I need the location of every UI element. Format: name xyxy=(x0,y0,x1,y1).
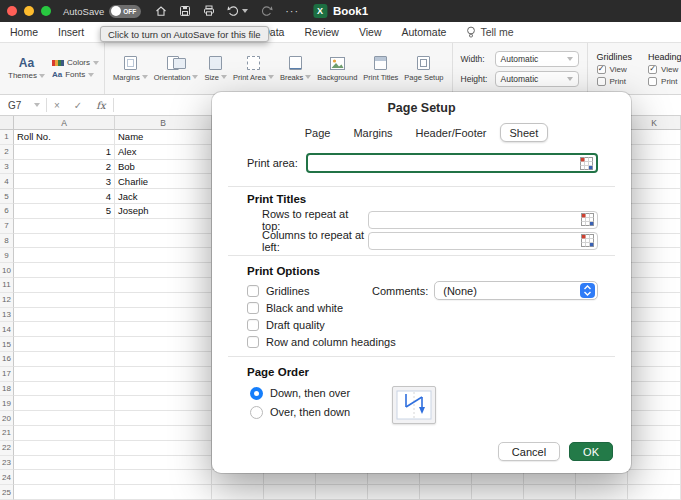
cell-E25[interactable] xyxy=(316,485,368,500)
row-header-5[interactable]: 5 xyxy=(0,189,14,204)
cell-B13[interactable] xyxy=(115,308,212,323)
row-header-17[interactable]: 17 xyxy=(0,367,14,382)
cell-B21[interactable] xyxy=(115,426,212,441)
cell-K12[interactable] xyxy=(628,293,681,308)
row-header-15[interactable]: 15 xyxy=(0,337,14,352)
cell-B15[interactable] xyxy=(115,337,212,352)
cell-A9[interactable] xyxy=(14,248,115,263)
cell-K14[interactable] xyxy=(628,322,681,337)
cell-A20[interactable] xyxy=(14,411,115,426)
gridlines-print-checkbox[interactable]: Print xyxy=(597,77,633,86)
cell-K7[interactable] xyxy=(628,219,681,234)
minimize-window-button[interactable] xyxy=(24,6,34,16)
undo-dropdown-icon[interactable] xyxy=(242,9,248,13)
dialog-tab-header-footer[interactable]: Header/Footer xyxy=(406,123,497,142)
row-header-2[interactable]: 2 xyxy=(0,145,14,160)
cell-F25[interactable] xyxy=(368,485,420,500)
row-header-24[interactable]: 24 xyxy=(0,470,14,485)
cell-A5[interactable]: 4 xyxy=(14,189,115,204)
cell-A19[interactable] xyxy=(14,396,115,411)
row-header-13[interactable]: 13 xyxy=(0,308,14,323)
save-icon[interactable] xyxy=(179,5,191,17)
themes-button[interactable]: Aa Themes xyxy=(5,55,48,82)
row-col-headings-checkbox[interactable] xyxy=(247,336,259,348)
comments-select[interactable]: (None) xyxy=(434,281,598,300)
cell-B23[interactable] xyxy=(115,456,212,471)
row-header-25[interactable]: 25 xyxy=(0,485,14,500)
gridlines-view-checkbox[interactable]: ✓ View xyxy=(597,65,633,74)
cell-K16[interactable] xyxy=(628,352,681,367)
row-header-4[interactable]: 4 xyxy=(0,174,14,189)
cell-B14[interactable] xyxy=(115,322,212,337)
row-header-20[interactable]: 20 xyxy=(0,411,14,426)
tab-insert[interactable]: Insert xyxy=(48,26,94,38)
autosave-toggle[interactable]: OFF xyxy=(109,5,141,18)
cell-A2[interactable]: 1 xyxy=(14,145,115,160)
cell-B20[interactable] xyxy=(115,411,212,426)
cell-B17[interactable] xyxy=(115,367,212,382)
cell-B5[interactable]: Jack xyxy=(115,189,212,204)
tell-me-control[interactable]: Tell me xyxy=(466,26,513,38)
cell-K24[interactable] xyxy=(628,470,681,485)
cell-A4[interactable]: 3 xyxy=(14,174,115,189)
headings-view-checkbox[interactable]: ✓ View xyxy=(648,65,681,74)
range-selector-icon[interactable] xyxy=(581,234,594,247)
cell-K10[interactable] xyxy=(628,263,681,278)
row-header-23[interactable]: 23 xyxy=(0,456,14,471)
print-icon[interactable] xyxy=(203,5,215,17)
tab-view[interactable]: View xyxy=(349,26,392,38)
cell-A12[interactable] xyxy=(14,293,115,308)
redo-button[interactable] xyxy=(260,5,273,17)
colors-button[interactable]: Colors xyxy=(52,58,99,67)
height-select[interactable]: Automatic xyxy=(495,71,579,87)
cell-B6[interactable]: Joseph xyxy=(115,204,212,219)
more-commands-icon[interactable]: ··· xyxy=(285,5,299,17)
cell-C25[interactable] xyxy=(212,485,264,500)
cell-A13[interactable] xyxy=(14,308,115,323)
cell-K19[interactable] xyxy=(628,396,681,411)
ok-button[interactable]: OK xyxy=(569,442,613,461)
draft-quality-checkbox[interactable] xyxy=(247,319,259,331)
row-header-7[interactable]: 7 xyxy=(0,219,14,234)
name-box[interactable]: G7 xyxy=(0,95,46,115)
cell-B11[interactable] xyxy=(115,278,212,293)
cell-B19[interactable] xyxy=(115,396,212,411)
gridlines-checkbox[interactable] xyxy=(247,285,259,297)
tab-home[interactable]: Home xyxy=(0,26,48,38)
undo-button[interactable] xyxy=(227,5,248,17)
row-header-12[interactable]: 12 xyxy=(0,293,14,308)
cell-K18[interactable] xyxy=(628,382,681,397)
cols-repeat-input[interactable] xyxy=(368,232,598,250)
row-header-21[interactable]: 21 xyxy=(0,426,14,441)
cell-A22[interactable] xyxy=(14,441,115,456)
cell-G25[interactable] xyxy=(420,485,472,500)
row-header-16[interactable]: 16 xyxy=(0,352,14,367)
print-area-input[interactable] xyxy=(306,153,598,173)
range-selector-icon[interactable] xyxy=(580,157,593,170)
cell-B22[interactable] xyxy=(115,441,212,456)
cell-A17[interactable] xyxy=(14,367,115,382)
cell-A8[interactable] xyxy=(14,234,115,249)
dialog-tab-margins[interactable]: Margins xyxy=(343,123,402,142)
cell-I25[interactable] xyxy=(524,485,576,500)
cell-K23[interactable] xyxy=(628,456,681,471)
cell-B24[interactable] xyxy=(115,470,212,485)
cell-A10[interactable] xyxy=(14,263,115,278)
cell-B10[interactable] xyxy=(115,263,212,278)
fonts-button[interactable]: Aa Fonts xyxy=(52,70,99,79)
cell-A1[interactable]: Roll No. xyxy=(14,130,115,145)
col-header-B[interactable]: B xyxy=(115,116,212,130)
cell-A3[interactable]: 2 xyxy=(14,160,115,175)
cell-A7[interactable] xyxy=(14,219,115,234)
row-header-18[interactable]: 18 xyxy=(0,382,14,397)
cell-B18[interactable] xyxy=(115,382,212,397)
cell-B1[interactable]: Name xyxy=(115,130,212,145)
cell-K1[interactable] xyxy=(628,130,681,145)
cell-K2[interactable] xyxy=(628,145,681,160)
margins-button[interactable]: Margins xyxy=(110,54,151,84)
row-header-14[interactable]: 14 xyxy=(0,322,14,337)
breaks-button[interactable]: Breaks xyxy=(277,54,314,84)
col-header-A[interactable]: A xyxy=(14,116,115,130)
cell-B25[interactable] xyxy=(115,485,212,500)
orientation-button[interactable]: Orientation xyxy=(151,54,202,84)
